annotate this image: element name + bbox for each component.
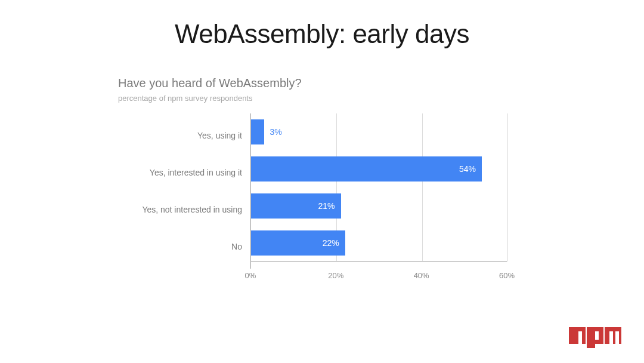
- y-label: Yes, not interested in using: [113, 191, 250, 228]
- npm-logo-icon: [569, 327, 623, 349]
- y-label: Yes, using it: [113, 117, 250, 154]
- bars-area: 3% 54% 21% 22%: [250, 113, 507, 269]
- bar-row: 54%: [251, 150, 507, 187]
- x-axis-labels: 0% 20% 40% 60%: [250, 269, 507, 282]
- bar: 3%: [251, 119, 264, 144]
- svg-rect-5: [595, 331, 599, 340]
- svg-rect-6: [609, 331, 613, 344]
- svg-rect-4: [578, 331, 582, 344]
- svg-rect-3: [587, 344, 595, 348]
- chart: Have you heard of WebAssembly? percentag…: [113, 76, 531, 282]
- bar: 54%: [251, 156, 482, 182]
- bar-row: 21%: [251, 187, 507, 224]
- x-label: 0%: [245, 271, 256, 280]
- x-label: 40%: [414, 271, 429, 280]
- chart-subtitle: percentage of npm survey respondents: [118, 94, 531, 103]
- bar-row: 3%: [251, 113, 507, 150]
- bar-label: 54%: [459, 164, 476, 174]
- svg-rect-7: [615, 331, 619, 344]
- npm-logo: [569, 327, 623, 349]
- chart-plot: Yes, using it Yes, interested in using i…: [113, 113, 531, 269]
- gridline: [507, 113, 508, 262]
- chart-title: Have you heard of WebAssembly?: [118, 76, 531, 90]
- bar-label: 3%: [270, 127, 282, 137]
- x-label: 60%: [499, 271, 515, 280]
- svg-rect-0: [569, 327, 586, 344]
- bar-label: 22%: [323, 238, 339, 248]
- y-label: No: [113, 228, 250, 265]
- page-title: WebAssembly: early days: [0, 19, 644, 49]
- bar: 21%: [251, 193, 341, 219]
- bar: 22%: [251, 230, 345, 256]
- bar-row: 22%: [251, 224, 507, 262]
- x-label: 20%: [328, 271, 343, 280]
- y-axis-labels: Yes, using it Yes, interested in using i…: [113, 113, 250, 269]
- y-label: Yes, interested in using it: [113, 154, 250, 191]
- bar-label: 21%: [318, 201, 335, 211]
